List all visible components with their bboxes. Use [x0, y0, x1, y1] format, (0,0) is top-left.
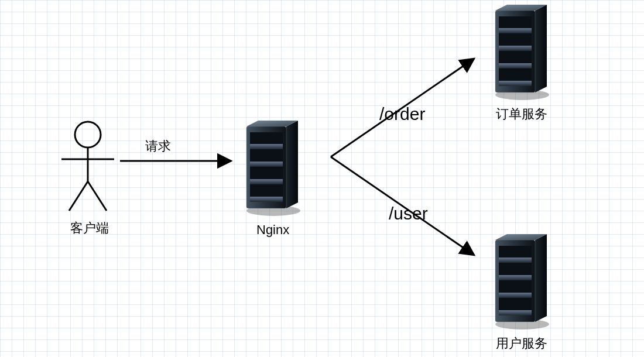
user-service-label: 用户服务 — [496, 335, 547, 352]
nginx-server-icon — [237, 116, 307, 218]
svg-line-3 — [69, 181, 88, 211]
user-edge-label: /user — [389, 204, 428, 224]
request-arrow — [120, 152, 237, 170]
svg-marker-19 — [535, 5, 547, 92]
svg-point-0 — [75, 122, 101, 147]
order-edge-label: /order — [379, 104, 425, 124]
svg-line-4 — [88, 181, 107, 211]
client-icon — [53, 117, 123, 217]
request-edge-label: 请求 — [145, 138, 171, 155]
svg-marker-7 — [286, 121, 298, 208]
svg-rect-23 — [499, 28, 532, 33]
svg-rect-25 — [499, 63, 532, 68]
svg-rect-12 — [250, 162, 283, 167]
order-service-server-icon — [486, 0, 556, 102]
nginx-label: Nginx — [256, 222, 289, 238]
svg-rect-36 — [499, 310, 532, 315]
fork-arrows — [313, 35, 512, 269]
svg-rect-34 — [499, 275, 532, 280]
client-label: 客户端 — [70, 219, 109, 237]
diagram-stage: 客户端 请求 — [0, 0, 644, 357]
svg-rect-14 — [250, 197, 283, 202]
svg-rect-11 — [250, 144, 283, 149]
user-service-server-icon — [486, 229, 556, 332]
order-service-label: 订单服务 — [496, 105, 547, 123]
svg-rect-33 — [499, 258, 532, 263]
svg-marker-29 — [535, 234, 547, 322]
svg-rect-26 — [499, 81, 532, 86]
svg-rect-24 — [499, 46, 532, 51]
svg-rect-35 — [499, 293, 532, 298]
svg-rect-13 — [250, 179, 283, 184]
